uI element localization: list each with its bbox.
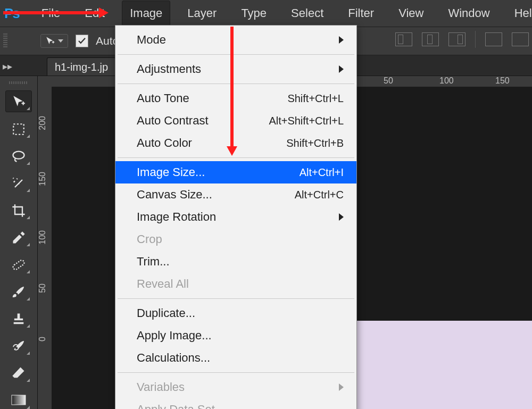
- shortcut: Shift+Ctrl+B: [286, 137, 344, 149]
- artboard-image: [350, 321, 532, 409]
- magic-wand-tool[interactable]: [6, 173, 31, 194]
- label: Duplicate...: [137, 306, 195, 320]
- ruler-mark: 50: [38, 283, 52, 293]
- marquee-tool[interactable]: [6, 119, 31, 139]
- align-icon[interactable]: [422, 32, 439, 46]
- label: Apply Data Set...: [137, 403, 225, 409]
- menu-trim[interactable]: Trim...: [115, 251, 356, 273]
- toolbox: [0, 76, 38, 409]
- menu-adjustments[interactable]: Adjustments: [115, 58, 356, 80]
- label: Trim...: [137, 255, 170, 269]
- submenu-arrow-icon: [339, 383, 344, 391]
- submenu-arrow-icon: [339, 36, 344, 44]
- label: Calculations...: [137, 351, 210, 365]
- move-cursor-icon: [12, 95, 26, 108]
- shortcut: Alt+Shift+Ctrl+L: [269, 115, 344, 127]
- menu-calculations[interactable]: Calculations...: [115, 347, 356, 369]
- shortcut: Alt+Ctrl+C: [295, 189, 344, 201]
- label: Auto Tone: [137, 91, 189, 105]
- label: Canvas Size...: [137, 188, 212, 202]
- menu-variables: Variables: [115, 376, 356, 398]
- submenu-arrow-icon: [339, 213, 344, 221]
- menu-select[interactable]: Select: [284, 1, 331, 26]
- label: Adjustments: [137, 62, 201, 76]
- menu-apply-data-set: Apply Data Set...: [115, 398, 356, 409]
- menu-duplicate[interactable]: Duplicate...: [115, 302, 356, 324]
- menu-window[interactable]: Window: [440, 1, 497, 26]
- separator: [118, 84, 354, 84]
- menu-auto-tone[interactable]: Auto Tone Shift+Ctrl+L: [115, 87, 356, 110]
- label: Variables: [137, 380, 185, 394]
- menu-filter[interactable]: Filter: [340, 1, 381, 26]
- label: Image Rotation: [137, 210, 216, 224]
- brush-tool[interactable]: [6, 281, 31, 302]
- menu-auto-contrast[interactable]: Auto Contrast Alt+Shift+Ctrl+L: [115, 110, 356, 132]
- move-cursor-icon: [45, 36, 55, 46]
- history-brush-tool[interactable]: [6, 336, 31, 356]
- menu-layer[interactable]: Layer: [180, 1, 224, 26]
- label: Mode: [137, 33, 166, 47]
- separator: [118, 372, 354, 373]
- annotation-arrow-vertical: [230, 27, 234, 146]
- menu-help[interactable]: Help: [507, 1, 532, 26]
- history-brush-icon: [11, 338, 27, 354]
- menu-view[interactable]: View: [391, 1, 431, 26]
- label: Auto Color: [137, 136, 192, 150]
- svg-rect-3: [12, 395, 26, 405]
- clone-stamp-tool[interactable]: [6, 308, 31, 329]
- align-icon[interactable]: [448, 32, 466, 46]
- shortcut: Shift+Ctrl+L: [287, 93, 344, 105]
- move-tool[interactable]: [5, 90, 32, 112]
- menu-image[interactable]: Image: [122, 1, 170, 26]
- label: Image Size...: [137, 165, 205, 179]
- gradient-tool[interactable]: [6, 390, 31, 409]
- auto-select-checkbox[interactable]: [76, 35, 88, 47]
- crop-icon: [11, 203, 26, 218]
- shortcut: Alt+Ctrl+I: [300, 166, 344, 179]
- tool-preset-picker[interactable]: [40, 34, 68, 48]
- document-tab[interactable]: h1-img-1.jp: [47, 57, 116, 76]
- menu-reveal-all: Reveal All: [115, 273, 356, 295]
- gradient-icon: [11, 395, 26, 405]
- separator: [118, 54, 354, 55]
- label: Reveal All: [137, 277, 189, 291]
- grip-icon: [3, 34, 7, 48]
- label: Apply Image...: [137, 329, 212, 343]
- svg-rect-0: [13, 124, 24, 135]
- ruler-mark: 0: [38, 337, 52, 341]
- brush-icon: [11, 284, 27, 300]
- bandaid-icon: [11, 257, 26, 272]
- healing-brush-tool[interactable]: [6, 254, 31, 275]
- annotation-arrow-horizontal: [3, 11, 99, 14]
- distribute-icon[interactable]: [512, 32, 529, 46]
- stamp-icon: [11, 312, 26, 327]
- distribute-icon[interactable]: [485, 32, 502, 46]
- vertical-ruler: 200 150 100 50 0: [38, 87, 52, 409]
- ruler-mark: 150: [495, 76, 510, 86]
- ruler-mark: 100: [38, 230, 52, 245]
- marquee-icon: [12, 122, 26, 136]
- image-menu-dropdown: Mode Adjustments Auto Tone Shift+Ctrl+L …: [115, 25, 357, 409]
- eraser-tool[interactable]: [6, 363, 31, 383]
- alignment-icons-group: ols: [395, 31, 529, 48]
- lasso-tool[interactable]: [6, 146, 31, 166]
- ruler-mark: 150: [38, 172, 52, 186]
- label: Auto Contrast: [137, 114, 209, 128]
- eyedropper-icon: [11, 230, 26, 245]
- align-icon[interactable]: [395, 32, 412, 46]
- ruler-mark: 50: [384, 76, 393, 86]
- eyedropper-tool[interactable]: [6, 227, 31, 248]
- menu-image-size[interactable]: Image Size... Alt+Ctrl+I: [115, 161, 356, 183]
- svg-point-1: [13, 151, 24, 158]
- menu-image-rotation[interactable]: Image Rotation: [115, 206, 356, 228]
- menu-apply-image[interactable]: Apply Image...: [115, 324, 356, 347]
- menu-mode[interactable]: Mode: [115, 29, 356, 51]
- separator: [118, 298, 354, 299]
- expand-panels-icon[interactable]: ▸▸: [0, 61, 15, 76]
- menu-type[interactable]: Type: [234, 1, 274, 26]
- submenu-arrow-icon: [339, 65, 344, 73]
- crop-tool[interactable]: [6, 200, 31, 221]
- menu-canvas-size[interactable]: Canvas Size... Alt+Ctrl+C: [115, 183, 356, 206]
- label: Crop: [137, 232, 162, 246]
- ruler-mark: 100: [439, 76, 454, 86]
